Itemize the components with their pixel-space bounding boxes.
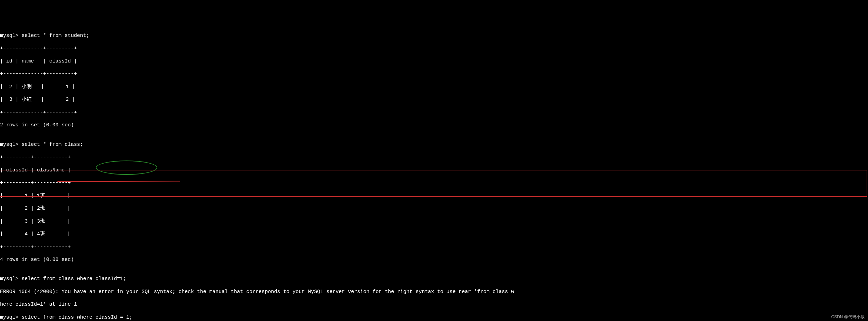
terminal-line: +----+--------+---------+ xyxy=(0,110,868,116)
terminal-line: +----+--------+---------+ xyxy=(0,45,868,52)
terminal-line: | classId | className | xyxy=(0,167,868,174)
terminal-line: | 3 | 小红 | 2 | xyxy=(0,97,868,103)
terminal-line: +----+--------+---------+ xyxy=(0,71,868,78)
terminal-line: | 2 | 小明 | 1 | xyxy=(0,84,868,90)
terminal-line: +---------+-----------+ xyxy=(0,154,868,161)
terminal-line: +---------+-----------+ xyxy=(0,180,868,186)
terminal-line: | 2 | 2班 | xyxy=(0,206,868,212)
terminal-line: mysql> select * from student; xyxy=(0,33,868,39)
mysql-terminal[interactable]: mysql> select * from student; +----+----… xyxy=(0,26,868,321)
terminal-line: mysql> select from class where classId =… xyxy=(0,315,868,321)
terminal-line: here classId=1' at line 1 xyxy=(0,302,868,308)
terminal-line: mysql> select from class where classId=1… xyxy=(0,276,868,282)
terminal-line: | 1 | 1班 | xyxy=(0,193,868,199)
terminal-line: mysql> select * from class; xyxy=(0,142,868,148)
terminal-line: | 3 | 3班 | xyxy=(0,219,868,225)
terminal-line: | id | name | classId | xyxy=(0,58,868,65)
terminal-line: +---------+-----------+ xyxy=(0,244,868,251)
terminal-line: 2 rows in set (0.00 sec) xyxy=(0,122,868,129)
watermark-text: CSDN @代码小贩 xyxy=(831,315,865,320)
terminal-line: 4 rows in set (0.00 sec) xyxy=(0,257,868,263)
terminal-line: | 4 | 4班 | xyxy=(0,231,868,238)
terminal-line: ERROR 1064 (42000): You have an error in… xyxy=(0,289,868,295)
